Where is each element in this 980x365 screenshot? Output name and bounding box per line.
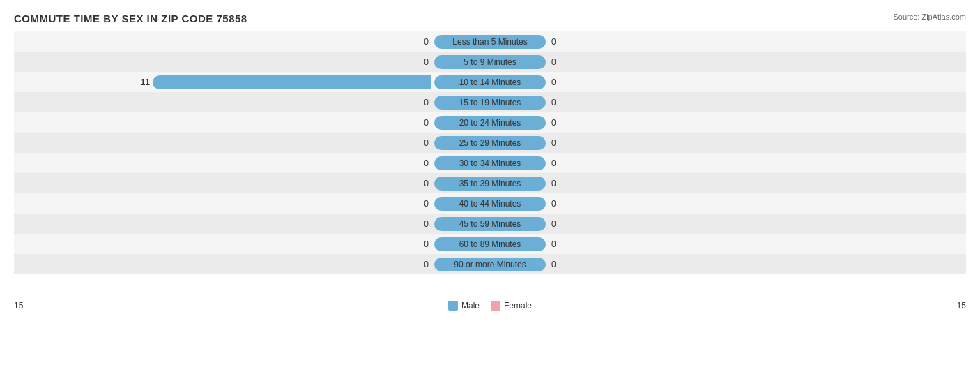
row-label: 45 to 59 Minutes	[434, 217, 546, 231]
male-value: 0	[416, 239, 429, 249]
left-axis-label: 15	[14, 301, 23, 311]
legend-male-label: Male	[461, 301, 480, 311]
right-bar-container: 0	[546, 237, 966, 251]
right-bar-container: 0	[546, 96, 966, 110]
chart-footer: 15 Male Female 15	[14, 301, 966, 311]
legend-female: Female	[491, 301, 532, 311]
left-bar-container: 0	[14, 156, 434, 170]
left-bar-container: 0	[14, 136, 434, 150]
right-bar-container: 0	[546, 116, 966, 130]
left-bar-container: 0	[14, 217, 434, 231]
chart-area: 0 Less than 5 Minutes 0 0 5 to 9 Minutes…	[14, 31, 966, 297]
row-label: 60 to 89 Minutes	[434, 237, 546, 251]
female-value: 0	[551, 260, 564, 269]
row-label: 5 to 9 Minutes	[434, 55, 546, 69]
chart-container: COMMUTE TIME BY SEX IN ZIP CODE 75858 So…	[0, 0, 980, 365]
left-bar-container: 0	[14, 177, 434, 191]
male-value: 0	[416, 219, 429, 229]
female-value: 0	[551, 98, 564, 107]
chart-row: 0 15 to 19 Minutes 0	[14, 92, 966, 112]
right-bar-container: 0	[546, 35, 966, 49]
right-bar-container: 0	[546, 156, 966, 170]
right-bar-container: 0	[546, 217, 966, 231]
left-bar-container: 0	[14, 35, 434, 49]
row-label: 40 to 44 Minutes	[434, 197, 546, 211]
female-value: 0	[551, 179, 564, 188]
female-value: 0	[551, 57, 564, 67]
right-bar-container: 0	[546, 136, 966, 150]
female-value: 0	[551, 199, 564, 209]
row-label: Less than 5 Minutes	[434, 35, 546, 49]
male-value: 0	[416, 179, 429, 188]
chart-row: 0 20 to 24 Minutes 0	[14, 112, 966, 133]
row-label: 35 to 39 Minutes	[434, 177, 546, 191]
female-value: 0	[551, 37, 564, 47]
right-bar-container: 0	[546, 177, 966, 191]
row-label: 25 to 29 Minutes	[434, 136, 546, 150]
chart-row: 11 10 to 14 Minutes 0	[14, 72, 966, 92]
row-label: 15 to 19 Minutes	[434, 96, 546, 110]
legend-female-label: Female	[504, 301, 532, 311]
chart-row: 0 90 or more Minutes 0	[14, 254, 966, 274]
left-bar-container: 0	[14, 258, 434, 271]
chart-row: 0 40 to 44 Minutes 0	[14, 193, 966, 214]
male-bar	[153, 75, 431, 89]
right-bar-container: 0	[546, 197, 966, 211]
male-value: 0	[416, 37, 429, 47]
male-value: 0	[416, 260, 429, 269]
chart-row: 0 60 to 89 Minutes 0	[14, 234, 966, 254]
female-value: 0	[551, 158, 564, 168]
chart-row: 0 25 to 29 Minutes 0	[14, 133, 966, 153]
female-value: 0	[551, 219, 564, 229]
chart-row: 0 Less than 5 Minutes 0	[14, 31, 966, 52]
male-value: 0	[416, 199, 429, 209]
female-value: 0	[551, 118, 564, 128]
right-bar-container: 0	[546, 258, 966, 271]
row-label: 90 or more Minutes	[434, 258, 546, 271]
right-bar-container: 0	[546, 55, 966, 69]
row-label: 30 to 34 Minutes	[434, 156, 546, 170]
left-bar-container: 0	[14, 237, 434, 251]
chart-title: COMMUTE TIME BY SEX IN ZIP CODE 75858	[14, 13, 966, 24]
female-value: 0	[551, 239, 564, 249]
legend-male: Male	[448, 301, 480, 311]
left-bar-container: 0	[14, 96, 434, 110]
female-color-swatch	[491, 301, 500, 311]
left-bar-container: 0	[14, 116, 434, 130]
male-value: 0	[416, 158, 429, 168]
female-value: 0	[551, 77, 564, 87]
left-bar-container: 0	[14, 197, 434, 211]
male-value: 11	[137, 77, 150, 87]
chart-row: 0 30 to 34 Minutes 0	[14, 153, 966, 173]
left-bar-container: 11	[14, 75, 434, 89]
male-value: 0	[416, 138, 429, 148]
male-value: 0	[416, 57, 429, 67]
source-label: Source: ZipAtlas.com	[893, 13, 966, 21]
chart-row: 0 45 to 59 Minutes 0	[14, 214, 966, 234]
male-color-swatch	[448, 301, 458, 311]
female-value: 0	[551, 138, 564, 148]
row-label: 10 to 14 Minutes	[434, 75, 546, 89]
right-bar-container: 0	[546, 75, 966, 89]
chart-row: 0 35 to 39 Minutes 0	[14, 173, 966, 193]
male-value: 0	[416, 118, 429, 128]
row-label: 20 to 24 Minutes	[434, 116, 546, 130]
left-bar-container: 0	[14, 55, 434, 69]
male-value: 0	[416, 98, 429, 107]
legend: Male Female	[448, 301, 532, 311]
chart-row: 0 5 to 9 Minutes 0	[14, 52, 966, 72]
right-axis-label: 15	[957, 301, 966, 311]
